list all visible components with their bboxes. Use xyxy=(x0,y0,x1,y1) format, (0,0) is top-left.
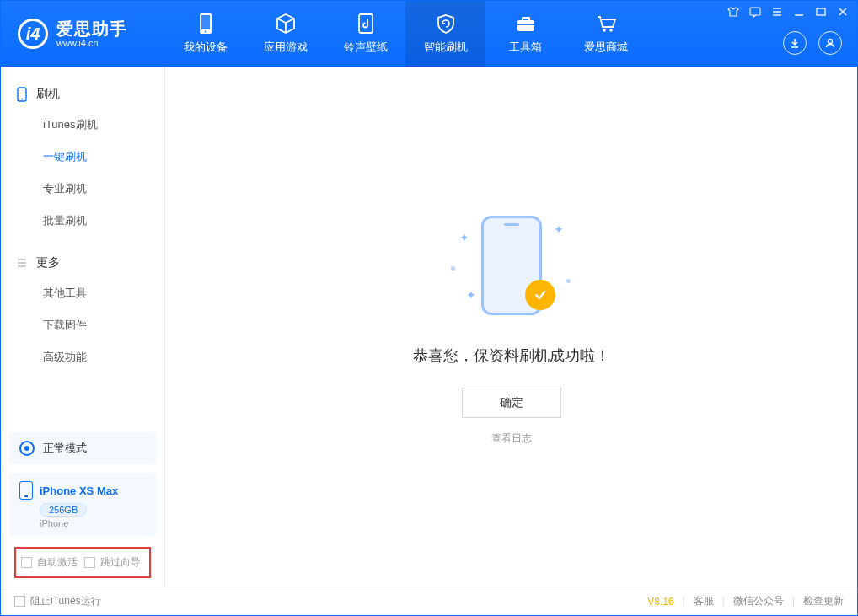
app-subtitle: www.i4.cn xyxy=(56,38,127,48)
main-panel: ✦ ✦ ✦ 恭喜您，保资料刷机成功啦！ 确定 查看日志 xyxy=(165,67,857,587)
mode-icon xyxy=(19,441,35,456)
checkbox-auto-activate[interactable]: 自动激活 xyxy=(21,555,78,570)
footer-update-link[interactable]: 检查更新 xyxy=(803,594,844,608)
nav-tabs: 我的设备 应用游戏 铃声壁纸 智能刷机 xyxy=(165,1,646,67)
tab-my-device[interactable]: 我的设备 xyxy=(165,1,245,67)
options-highlight-box: 自动激活 跳过向导 xyxy=(14,547,151,578)
svg-point-10 xyxy=(829,40,833,44)
tab-label: 我的设备 xyxy=(184,40,228,55)
titlebar-right-circles xyxy=(783,31,842,55)
tab-toolbox[interactable]: 工具箱 xyxy=(485,1,566,67)
sidebar-group-more[interactable]: 更多 xyxy=(1,249,164,277)
tab-label: 工具箱 xyxy=(509,40,542,55)
checkbox-block-itunes[interactable]: 阻止iTunes运行 xyxy=(14,594,101,608)
phone-outline-icon xyxy=(16,87,28,102)
device-name: iPhone XS Max xyxy=(40,485,118,497)
app-body: 刷机 iTunes刷机 一键刷机 专业刷机 批量刷机 更多 其他工具 下载固件 … xyxy=(1,67,857,587)
svg-rect-9 xyxy=(817,8,825,15)
maximize-button[interactable] xyxy=(815,6,827,18)
logo-block[interactable]: i4 爱思助手 www.i4.cn xyxy=(1,19,165,49)
sidebar-item-other-tools[interactable]: 其他工具 xyxy=(1,277,164,309)
version-label: V8.16 xyxy=(647,596,673,608)
checkbox-icon xyxy=(21,557,32,568)
sidebar-item-oneclick-flash[interactable]: 一键刷机 xyxy=(1,141,164,173)
device-card[interactable]: iPhone XS Max 256GB iPhone xyxy=(9,473,156,537)
svg-point-7 xyxy=(609,29,613,32)
dot-icon xyxy=(451,266,455,271)
svg-point-2 xyxy=(204,30,206,32)
cube-icon xyxy=(275,13,297,35)
view-log-link[interactable]: 查看日志 xyxy=(491,431,532,446)
device-type: iPhone xyxy=(40,518,146,528)
svg-rect-1 xyxy=(201,15,210,29)
tab-label: 铃声壁纸 xyxy=(344,40,388,55)
success-illustration: ✦ ✦ ✦ xyxy=(444,207,579,325)
shirt-icon[interactable] xyxy=(727,6,739,18)
checkbox-skip-guide[interactable]: 跳过向导 xyxy=(84,555,141,570)
svg-point-6 xyxy=(603,29,606,32)
sidebar-item-download-fw[interactable]: 下载固件 xyxy=(1,309,164,341)
sidebar-scroll: 刷机 iTunes刷机 一键刷机 专业刷机 批量刷机 更多 其他工具 下载固件 … xyxy=(1,67,164,432)
phone-icon xyxy=(195,13,217,35)
success-text: 恭喜您，保资料刷机成功啦！ xyxy=(413,345,610,366)
checkbox-label: 自动激活 xyxy=(37,555,78,570)
device-storage-badge: 256GB xyxy=(40,503,87,517)
svg-rect-8 xyxy=(750,8,760,15)
group-title: 更多 xyxy=(36,255,60,271)
sidebar-item-pro-flash[interactable]: 专业刷机 xyxy=(1,173,164,205)
toolbox-icon xyxy=(515,13,537,35)
device-phone-icon xyxy=(19,481,33,500)
svg-rect-3 xyxy=(359,14,373,33)
checkbox-icon xyxy=(14,596,25,607)
svg-rect-4 xyxy=(517,20,534,31)
sidebar-bottom: 正常模式 iPhone XS Max 256GB iPhone 自动激活 xyxy=(1,432,164,587)
logo-icon: i4 xyxy=(18,19,48,49)
minimize-button[interactable] xyxy=(793,6,805,18)
sparkle-icon: ✦ xyxy=(554,222,564,236)
sidebar-item-advanced[interactable]: 高级功能 xyxy=(1,341,164,373)
footer-wechat-link[interactable]: 微信公众号 xyxy=(733,594,784,608)
checkbox-icon xyxy=(84,557,95,568)
checkbox-label: 跳过向导 xyxy=(100,555,141,570)
tab-flash[interactable]: 智能刷机 xyxy=(405,1,485,67)
group-title: 刷机 xyxy=(36,87,60,102)
download-icon[interactable] xyxy=(783,31,807,55)
sidebar-item-itunes-flash[interactable]: iTunes刷机 xyxy=(1,109,164,141)
tab-ringtones[interactable]: 铃声壁纸 xyxy=(325,1,405,67)
check-badge-icon xyxy=(525,280,555,310)
tab-store[interactable]: 爱思商城 xyxy=(566,1,646,67)
mode-card[interactable]: 正常模式 xyxy=(9,432,156,464)
close-button[interactable] xyxy=(837,6,849,18)
footer: 阻止iTunes运行 V8.16 | 客服 | 微信公众号 | 检查更新 xyxy=(1,587,857,615)
svg-point-12 xyxy=(21,99,23,100)
music-icon xyxy=(355,13,377,35)
sidebar-group-flash[interactable]: 刷机 xyxy=(1,80,164,109)
checkbox-label: 阻止iTunes运行 xyxy=(30,594,101,608)
sidebar-item-batch-flash[interactable]: 批量刷机 xyxy=(1,205,164,237)
cart-icon xyxy=(595,13,617,35)
tab-label: 爱思商城 xyxy=(584,40,628,55)
list-icon xyxy=(16,257,28,269)
shield-refresh-icon xyxy=(435,13,457,35)
tab-apps[interactable]: 应用游戏 xyxy=(245,1,325,67)
app-title: 爱思助手 xyxy=(56,19,127,38)
footer-support-link[interactable]: 客服 xyxy=(694,594,714,608)
ok-button[interactable]: 确定 xyxy=(462,388,561,418)
user-icon[interactable] xyxy=(818,31,842,55)
mode-label: 正常模式 xyxy=(43,441,87,456)
menu-icon[interactable] xyxy=(771,6,783,18)
dot-icon xyxy=(566,279,571,283)
footer-right: V8.16 | 客服 | 微信公众号 | 检查更新 xyxy=(647,594,844,608)
sparkle-icon: ✦ xyxy=(466,288,476,302)
window-top-controls xyxy=(727,6,849,18)
titlebar: i4 爱思助手 www.i4.cn 我的设备 应用游戏 xyxy=(1,1,857,67)
app-window: i4 爱思助手 www.i4.cn 我的设备 应用游戏 xyxy=(0,0,858,616)
feedback-icon[interactable] xyxy=(749,6,761,18)
svg-rect-5 xyxy=(517,24,534,25)
sparkle-icon: ✦ xyxy=(459,231,469,244)
sidebar: 刷机 iTunes刷机 一键刷机 专业刷机 批量刷机 更多 其他工具 下载固件 … xyxy=(1,67,165,587)
tab-label: 应用游戏 xyxy=(264,40,308,55)
tab-label: 智能刷机 xyxy=(424,40,468,55)
